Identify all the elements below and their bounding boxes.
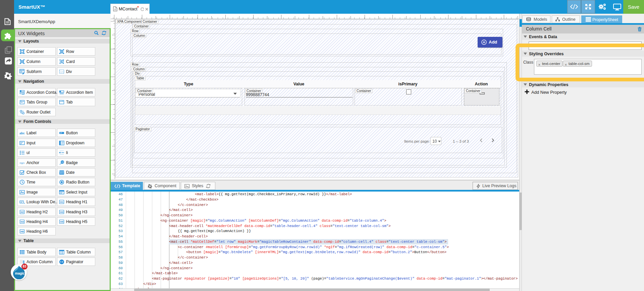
svg-text:</>: </> [60,71,63,73]
svg-text:00: 00 [61,161,64,163]
svg-text:H6: H6 [21,230,24,233]
svg-text:H5: H5 [60,221,63,223]
svg-text:H4: H4 [21,221,24,223]
svg-text:<a>: <a> [19,162,24,165]
svg-text:abc: abc [19,132,25,135]
svg-text:H1: H1 [60,201,63,203]
svg-text:H3: H3 [60,211,63,213]
svg-text:magic: magic [15,272,25,275]
svg-text:H2: H2 [21,211,24,213]
